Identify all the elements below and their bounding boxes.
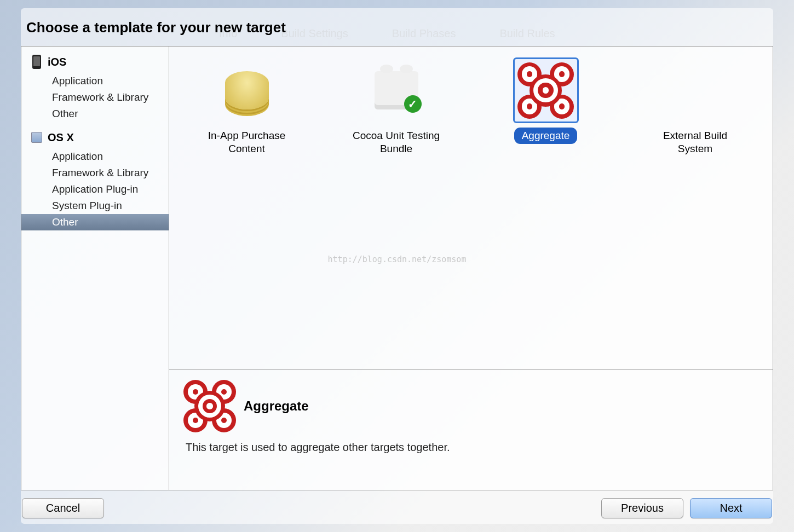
sidebar-item-ios-application[interactable]: Application [21, 73, 169, 89]
main-panel: iOS Application Framework & Library Othe… [21, 46, 773, 490]
template-aggregate[interactable]: Aggregate [488, 57, 603, 144]
platform-header-osx[interactable]: OS X [21, 126, 169, 148]
sidebar-item-osx-framework[interactable]: Framework & Library [21, 165, 169, 181]
template-grid: In-App Purchase Content ✓ Cocoa Unit Tes… [169, 47, 773, 369]
next-button[interactable]: Next [690, 498, 772, 518]
template-in-app-purchase[interactable]: In-App Purchase Content [189, 57, 304, 157]
sidebar-item-osx-application[interactable]: Application [21, 148, 169, 165]
template-cocoa-unit-testing[interactable]: ✓ Cocoa Unit Testing Bundle [339, 57, 454, 157]
aggregate-icon [186, 382, 234, 430]
detail-panel: Aggregate This target is used to aggrega… [169, 369, 773, 490]
platform-label: OS X [48, 131, 74, 144]
cancel-button[interactable]: Cancel [22, 498, 104, 518]
lego-check-icon: ✓ [364, 57, 429, 123]
button-bar: Cancel Previous Next [21, 495, 773, 524]
sidebar-item-osx-app-plugin[interactable]: Application Plug-in [21, 181, 169, 198]
iphone-icon [31, 54, 42, 70]
dialog-title: Choose a template for your new target [21, 8, 773, 46]
template-label: Aggregate [514, 128, 578, 144]
platform-label: iOS [48, 56, 66, 68]
sidebar: iOS Application Framework & Library Othe… [21, 47, 169, 490]
content-area: In-App Purchase Content ✓ Cocoa Unit Tes… [169, 47, 773, 490]
template-label: Cocoa Unit Testing Bundle [339, 128, 454, 157]
template-label: External Build System [638, 128, 753, 157]
template-external-build[interactable]: External Build System [638, 57, 753, 157]
sidebar-item-osx-system-plugin[interactable]: System Plug-in [21, 198, 169, 214]
mac-icon [31, 130, 42, 145]
detail-title: Aggregate [244, 398, 309, 414]
platform-header-ios[interactable]: iOS [21, 51, 169, 73]
template-label: In-App Purchase Content [189, 128, 304, 157]
new-target-dialog: Choose a template for your new target iO… [21, 8, 773, 524]
detail-description: This target is used to aggregate other t… [186, 441, 756, 454]
sidebar-item-osx-other[interactable]: Other [21, 214, 169, 230]
sidebar-item-ios-framework[interactable]: Framework & Library [21, 89, 169, 106]
aggregate-icon [513, 57, 579, 123]
coins-icon [214, 57, 280, 123]
target-icon [663, 57, 728, 123]
previous-button[interactable]: Previous [601, 498, 683, 518]
sidebar-item-ios-other[interactable]: Other [21, 106, 169, 122]
